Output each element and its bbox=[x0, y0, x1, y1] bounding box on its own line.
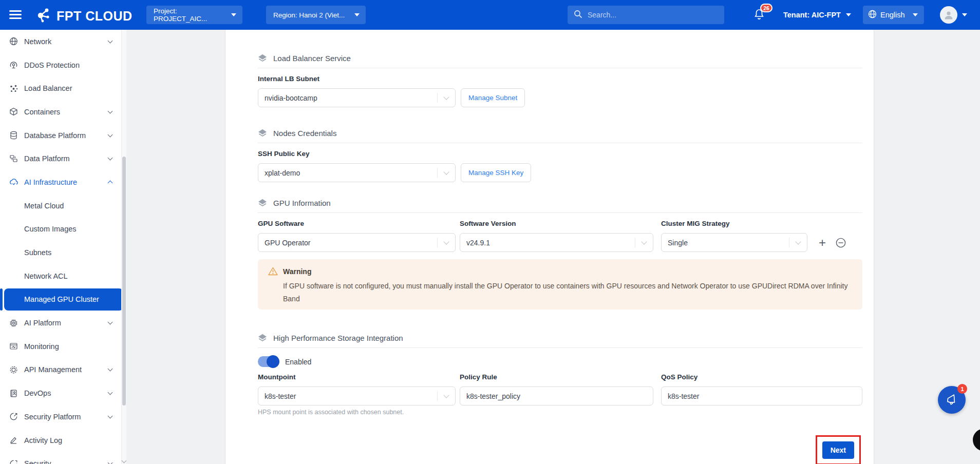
ssh-public-key-select[interactable]: xplat-demo bbox=[258, 163, 456, 182]
sidebar-item-network[interactable]: Network bbox=[0, 30, 126, 53]
sidebar-item-security[interactable]: Security bbox=[0, 452, 126, 464]
chevron-down-icon bbox=[108, 390, 113, 395]
chevron-down-icon bbox=[789, 242, 807, 244]
layers-icon bbox=[258, 334, 267, 342]
divider bbox=[258, 68, 862, 68]
ai-chip-icon bbox=[9, 318, 18, 327]
user-menu[interactable] bbox=[940, 0, 967, 30]
internal-lb-subnet-label: Internal LB Subnet bbox=[258, 75, 862, 84]
globe-icon bbox=[9, 37, 18, 46]
sidebar-item-subnets[interactable]: Subnets bbox=[0, 241, 126, 264]
cloud-sync-icon bbox=[9, 178, 18, 187]
internal-lb-subnet-select[interactable]: nvidia-bootcamp bbox=[258, 88, 456, 107]
section-header-hps-integration: High Performance Storage Integration bbox=[258, 333, 862, 343]
sidebar-item-ai-platform[interactable]: AI Platform bbox=[0, 311, 126, 335]
hps-enabled-toggle[interactable] bbox=[258, 356, 278, 367]
notifications-button[interactable]: 26 bbox=[753, 8, 768, 23]
manage-ssh-key-button[interactable]: Manage SSH Key bbox=[461, 163, 531, 182]
software-version-select[interactable]: v24.9.1 bbox=[460, 233, 653, 252]
activity-pen-icon bbox=[9, 436, 18, 445]
top-navbar: FPT CLOUD Project: PROJECT_AIC... Region… bbox=[0, 0, 980, 30]
chevron-down-icon bbox=[108, 132, 113, 137]
selected-value: nvidia-bootcamp bbox=[265, 94, 437, 102]
ddos-shield-icon bbox=[9, 61, 18, 70]
section-title: Load Balancer Service bbox=[273, 54, 351, 63]
annotation-highlight-box: Next bbox=[816, 435, 861, 464]
qos-policy-label: QoS Policy bbox=[661, 373, 862, 382]
scrollbar-down-arrow[interactable] bbox=[122, 458, 126, 463]
sidebar-item-managed-gpu-cluster[interactable]: Managed GPU Cluster bbox=[0, 288, 126, 312]
section-header-gpu-information: GPU Information bbox=[258, 198, 862, 208]
active-indicator bbox=[0, 288, 3, 311]
warning-text: If GPU software is not configured, you m… bbox=[283, 280, 853, 305]
language-selector[interactable]: English bbox=[863, 6, 924, 24]
chevron-down-icon bbox=[635, 242, 653, 244]
gpu-software-label: GPU Software bbox=[258, 220, 456, 228]
layers-icon bbox=[258, 129, 267, 138]
section-title: High Performance Storage Integration bbox=[273, 334, 403, 342]
tenant-label: Tenant: AIC-FPT bbox=[783, 11, 841, 19]
sidebar-item-ai-infrastructure[interactable]: AI Infrastructure bbox=[0, 170, 126, 194]
next-button[interactable]: Next bbox=[822, 441, 854, 459]
divider bbox=[258, 143, 862, 143]
security-shield-icon bbox=[9, 412, 18, 421]
container-box-icon bbox=[9, 107, 18, 117]
gpu-software-select[interactable]: GPU Operator bbox=[258, 233, 456, 252]
divider bbox=[258, 212, 862, 213]
chevron-down-icon bbox=[108, 108, 113, 113]
chevron-down-icon bbox=[108, 366, 113, 372]
chevron-down-icon bbox=[231, 13, 236, 16]
ssh-public-key-label: SSH Public Key bbox=[258, 150, 862, 159]
sidebar-item-api-management[interactable]: API Management bbox=[0, 358, 126, 382]
devops-book-icon bbox=[9, 389, 18, 398]
policy-rule-input[interactable] bbox=[460, 386, 653, 405]
qos-policy-input[interactable] bbox=[661, 386, 862, 405]
chevron-up-icon bbox=[108, 181, 113, 186]
manage-subnet-button[interactable]: Manage Subnet bbox=[461, 88, 525, 107]
sidebar-item-devops[interactable]: DevOps bbox=[0, 381, 126, 405]
selected-value: Single bbox=[668, 239, 789, 247]
chevron-down-icon bbox=[438, 172, 455, 174]
remove-gpu-row-icon[interactable] bbox=[835, 237, 846, 248]
user-icon bbox=[944, 10, 954, 20]
notification-count-badge: 26 bbox=[760, 4, 772, 12]
chevron-down-icon bbox=[108, 38, 113, 43]
announcements-fab[interactable]: 1 bbox=[938, 386, 966, 414]
region-selector[interactable]: Region: Hanoi 2 (Viet... bbox=[266, 6, 366, 24]
security-rotate-icon bbox=[9, 459, 18, 464]
section-header-nodes-credentials: Nodes Credentials bbox=[258, 128, 862, 138]
selected-value: GPU Operator bbox=[265, 239, 437, 247]
cluster-form-panel: Load Balancer Service Internal LB Subnet… bbox=[225, 30, 874, 464]
sidebar-item-metal-cloud[interactable]: Metal Cloud bbox=[0, 194, 126, 218]
sidebar-item-custom-images[interactable]: Custom Images bbox=[0, 218, 126, 241]
layers-icon bbox=[258, 199, 267, 207]
screen-overlay-dot bbox=[973, 429, 980, 451]
sidebar-item-network-acl[interactable]: Network ACL bbox=[0, 264, 126, 288]
add-gpu-row-icon[interactable]: + bbox=[819, 238, 826, 248]
sidebar-scrollbar[interactable] bbox=[121, 30, 126, 464]
sidebar-item-data-platform[interactable]: Data Platform bbox=[0, 147, 126, 170]
mountpoint-select[interactable]: k8s-tester bbox=[258, 386, 456, 405]
sidebar-item-load-balancer[interactable]: Load Balancer bbox=[0, 76, 126, 100]
sidebar-item-monitoring[interactable]: Monitoring bbox=[0, 335, 126, 358]
language-label: English bbox=[880, 11, 905, 19]
project-selector[interactable]: Project: PROJECT_AIC... bbox=[146, 6, 242, 24]
sidebar-item-database-platform[interactable]: Database Platform bbox=[0, 124, 126, 147]
database-icon bbox=[9, 131, 18, 140]
megaphone-icon bbox=[944, 392, 960, 408]
brand-text: FPT CLOUD bbox=[56, 9, 133, 24]
tenant-selector[interactable]: Tenant: AIC-FPT bbox=[783, 0, 851, 30]
scrollbar-thumb[interactable] bbox=[122, 157, 126, 405]
section-title: Nodes Credentials bbox=[273, 129, 336, 138]
sidebar-item-containers[interactable]: Containers bbox=[0, 100, 126, 124]
chevron-down-icon bbox=[913, 13, 918, 16]
hamburger-menu-icon[interactable] bbox=[9, 10, 22, 20]
global-search[interactable] bbox=[568, 6, 724, 24]
sidebar-item-security-platform[interactable]: Security Platform bbox=[0, 405, 126, 429]
sidebar-item-ddos-protection[interactable]: DDoS Protection bbox=[0, 53, 126, 77]
gpu-warning-banner: Warning If GPU software is not configure… bbox=[258, 259, 862, 310]
search-input[interactable] bbox=[588, 11, 718, 19]
cluster-mig-strategy-select[interactable]: Single bbox=[661, 233, 807, 252]
sidebar-item-activity-log[interactable]: Activity Log bbox=[0, 429, 126, 452]
chevron-down-icon bbox=[846, 13, 851, 16]
